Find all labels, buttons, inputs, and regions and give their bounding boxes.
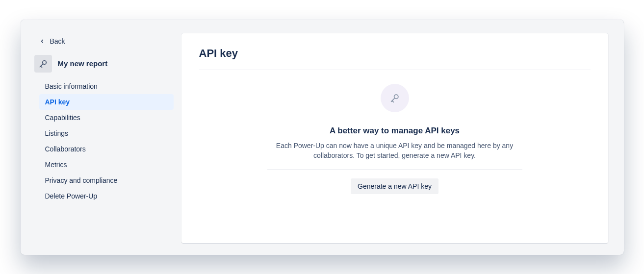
sidebar-item-label: Basic information (45, 82, 98, 90)
sidebar-item-api-key[interactable]: API key (39, 94, 174, 110)
page-title: API key (199, 47, 591, 60)
sidebar-item-collaborators[interactable]: Collaborators (39, 141, 174, 157)
sidebar-item-label: API key (45, 98, 70, 106)
back-label: Back (50, 37, 65, 45)
empty-heading: A better way to manage API keys (330, 126, 460, 136)
sidebar: Back My new report Basic information API… (34, 33, 181, 243)
project-row: My new report (34, 55, 174, 73)
key-icon (381, 84, 409, 112)
back-link[interactable]: Back (34, 35, 174, 47)
app-window: Back My new report Basic information API… (21, 20, 624, 255)
sidebar-item-label: Metrics (45, 161, 67, 169)
sidebar-item-capabilities[interactable]: Capabilities (39, 110, 174, 125)
button-label: Generate a new API key (358, 182, 432, 190)
main-panel: API key A better way to manage API keys … (181, 33, 608, 243)
sidebar-item-label: Listings (45, 129, 68, 137)
generate-api-key-button[interactable]: Generate a new API key (351, 178, 438, 194)
nav-list: Basic information API key Capabilities L… (34, 78, 174, 204)
divider (267, 169, 522, 170)
empty-text: Each Power-Up can now have a unique API … (267, 141, 522, 161)
project-title: My new report (58, 59, 108, 68)
sidebar-item-label: Privacy and compliance (45, 176, 118, 184)
chevron-left-icon (38, 37, 46, 45)
sidebar-item-listings[interactable]: Listings (39, 125, 174, 141)
sidebar-item-basic-information[interactable]: Basic information (39, 78, 174, 94)
sidebar-item-label: Delete Power-Up (45, 192, 98, 200)
sidebar-item-label: Capabilities (45, 114, 80, 122)
sidebar-item-privacy-compliance[interactable]: Privacy and compliance (39, 173, 174, 188)
empty-state: A better way to manage API keys Each Pow… (267, 70, 522, 195)
key-icon (34, 55, 52, 73)
sidebar-item-label: Collaborators (45, 145, 86, 153)
sidebar-item-metrics[interactable]: Metrics (39, 157, 174, 173)
sidebar-item-delete-power-up[interactable]: Delete Power-Up (39, 188, 174, 204)
